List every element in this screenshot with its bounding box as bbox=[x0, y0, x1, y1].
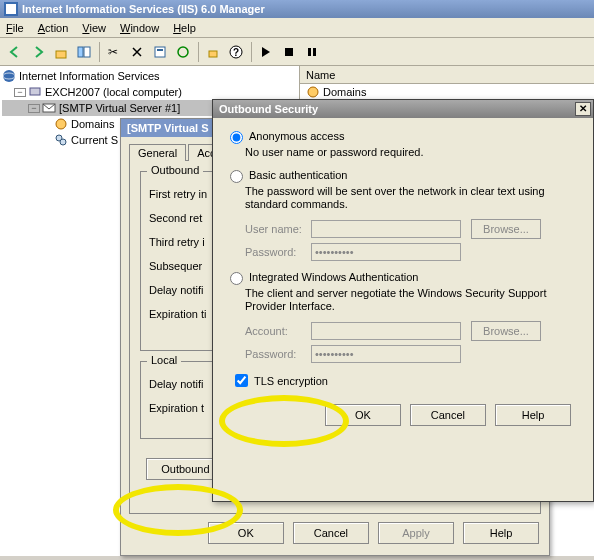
tree-root-label: Internet Information Services bbox=[19, 70, 160, 82]
forward-button[interactable] bbox=[27, 41, 49, 63]
anonymous-radio[interactable] bbox=[230, 131, 243, 144]
account-row: Account: Browse... bbox=[245, 321, 581, 341]
svg-rect-9 bbox=[209, 51, 217, 57]
play-button[interactable] bbox=[255, 41, 277, 63]
username-label: User name: bbox=[245, 223, 311, 235]
username-input[interactable] bbox=[311, 220, 461, 238]
menu-window[interactable]: Window bbox=[120, 22, 159, 34]
basic-radio[interactable] bbox=[230, 170, 243, 183]
os-titlebar: Outbound Security ✕ bbox=[213, 100, 593, 118]
svg-rect-1 bbox=[6, 4, 16, 14]
up-button[interactable] bbox=[50, 41, 72, 63]
collapse-icon[interactable]: − bbox=[14, 88, 26, 97]
refresh-button[interactable] bbox=[172, 41, 194, 63]
iwa-radio-row: Integrated Windows Authentication bbox=[225, 269, 581, 285]
menu-view[interactable]: View bbox=[82, 22, 106, 34]
ok-button[interactable]: OK bbox=[208, 522, 284, 544]
account-label: Account: bbox=[245, 325, 311, 337]
tls-label: TLS encryption bbox=[254, 375, 328, 387]
password2-input[interactable] bbox=[311, 345, 461, 363]
svg-rect-2 bbox=[56, 51, 66, 58]
username-row: User name: Browse... bbox=[245, 219, 581, 239]
local-expiration-label: Expiration t bbox=[149, 402, 204, 414]
svg-rect-6 bbox=[155, 47, 165, 57]
password2-label: Password: bbox=[245, 348, 311, 360]
subsequent-label: Subsequer bbox=[149, 260, 202, 272]
first-retry-label: First retry in bbox=[149, 188, 207, 200]
tls-row: TLS encryption bbox=[231, 371, 581, 390]
outbound-security-dialog: Outbound Security ✕ Anonymous access No … bbox=[212, 99, 594, 502]
tree-domains-label: Domains bbox=[71, 118, 114, 130]
outbound-title: Outbound bbox=[147, 164, 203, 176]
svg-rect-7 bbox=[157, 49, 163, 51]
help-button[interactable]: Help bbox=[463, 522, 539, 544]
menu-file[interactable]: FFileile bbox=[6, 22, 24, 34]
properties-button[interactable] bbox=[149, 41, 171, 63]
browse-button[interactable]: Browse... bbox=[471, 219, 541, 239]
globe-icon bbox=[2, 69, 16, 83]
tree-toggle-button[interactable] bbox=[73, 41, 95, 63]
computer-icon bbox=[28, 85, 42, 99]
svg-rect-4 bbox=[84, 47, 90, 57]
svg-point-8 bbox=[178, 47, 188, 57]
anon-radio-row: Anonymous access bbox=[225, 128, 581, 144]
svg-rect-17 bbox=[30, 88, 40, 95]
toolbar: ✂ ? bbox=[0, 38, 594, 66]
tree-sessions-label: Current S bbox=[71, 134, 118, 146]
cut-button[interactable]: ✂ bbox=[103, 41, 125, 63]
list-item-label: Domains bbox=[323, 86, 366, 98]
tree-smtp-label: [SMTP Virtual Server #1] bbox=[59, 102, 180, 114]
svg-point-21 bbox=[60, 139, 66, 145]
browse-button-2[interactable]: Browse... bbox=[471, 321, 541, 341]
delay-notif-label: Delay notifi bbox=[149, 284, 203, 296]
svg-rect-3 bbox=[78, 47, 83, 57]
password2-row: Password: bbox=[245, 345, 581, 363]
properties-button-row: OK Cancel Apply Help bbox=[121, 514, 549, 544]
password-input[interactable] bbox=[311, 243, 461, 261]
menu-action[interactable]: Action bbox=[38, 22, 69, 34]
help-button[interactable]: ? bbox=[225, 41, 247, 63]
back-button[interactable] bbox=[4, 41, 26, 63]
export-button[interactable] bbox=[202, 41, 224, 63]
expiration-label: Expiration ti bbox=[149, 308, 206, 320]
anonymous-label: Anonymous access bbox=[249, 130, 344, 142]
basic-desc: The password will be sent over the netwo… bbox=[245, 185, 581, 211]
account-input[interactable] bbox=[311, 322, 461, 340]
cancel-button[interactable]: Cancel bbox=[293, 522, 369, 544]
sessions-icon bbox=[54, 133, 68, 147]
password-row: Password: bbox=[245, 243, 581, 261]
os-cancel-button[interactable]: Cancel bbox=[410, 404, 486, 426]
pause-button[interactable] bbox=[301, 41, 323, 63]
list-header-name[interactable]: Name bbox=[300, 66, 594, 84]
svg-rect-13 bbox=[308, 48, 311, 56]
mail-icon bbox=[42, 101, 56, 115]
delete-button[interactable] bbox=[126, 41, 148, 63]
collapse-icon[interactable]: − bbox=[28, 104, 40, 113]
os-button-row: OK Cancel Help bbox=[225, 390, 581, 426]
svg-rect-14 bbox=[313, 48, 316, 56]
iwa-desc: The client and server negotiate the Wind… bbox=[245, 287, 581, 313]
svg-point-15 bbox=[3, 70, 15, 82]
menu-help[interactable]: Help bbox=[173, 22, 196, 34]
iwa-radio[interactable] bbox=[230, 272, 243, 285]
svg-rect-12 bbox=[285, 48, 293, 56]
tree-computer-label: EXCH2007 (local computer) bbox=[45, 86, 182, 98]
os-help-button[interactable]: Help bbox=[495, 404, 571, 426]
tree-root[interactable]: Internet Information Services bbox=[2, 68, 297, 84]
menubar: FFileile Action View Window Help bbox=[0, 18, 594, 38]
svg-point-19 bbox=[56, 119, 66, 129]
basic-label: Basic authentication bbox=[249, 169, 347, 181]
tls-checkbox[interactable] bbox=[235, 374, 248, 387]
stop-button[interactable] bbox=[278, 41, 300, 63]
main-title: Internet Information Services (IIS) 6.0 … bbox=[22, 0, 265, 18]
close-icon[interactable]: ✕ bbox=[575, 102, 591, 116]
main-titlebar: Internet Information Services (IIS) 6.0 … bbox=[0, 0, 594, 18]
iwa-label: Integrated Windows Authentication bbox=[249, 271, 418, 283]
tree-computer[interactable]: − EXCH2007 (local computer) bbox=[2, 84, 297, 100]
tab-general[interactable]: General bbox=[129, 144, 186, 161]
third-retry-label: Third retry i bbox=[149, 236, 205, 248]
apply-button[interactable]: Apply bbox=[378, 522, 454, 544]
local-delay-label: Delay notifi bbox=[149, 378, 203, 390]
list-item[interactable]: Domains bbox=[300, 84, 594, 100]
os-ok-button[interactable]: OK bbox=[325, 404, 401, 426]
